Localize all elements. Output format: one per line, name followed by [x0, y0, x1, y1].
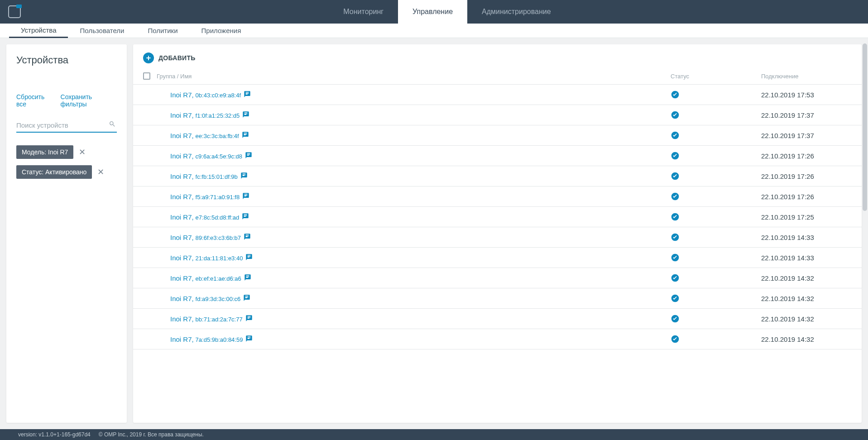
device-link[interactable]: Inoi R7, e7:8c:5d:d8:ff:ad [170, 213, 239, 221]
close-icon[interactable]: ✕ [97, 168, 104, 176]
main-area: Устройства Сбросить все Сохранить фильтр… [0, 38, 868, 429]
status-ok-icon [671, 335, 761, 344]
subnav-item-1[interactable]: Пользователи [68, 24, 136, 38]
device-link[interactable]: Inoi R7, fc:fb:15:01:df:9b [170, 172, 238, 180]
chip-label: Модель: Inoi R7 [16, 145, 73, 159]
comment-icon[interactable] [245, 315, 253, 323]
add-button[interactable]: + ДОБАВИТЬ [143, 53, 196, 63]
device-link[interactable]: Inoi R7, 89:6f:e3:c3:6b:b7 [170, 234, 241, 241]
app-logo[interactable] [3, 5, 26, 18]
comment-icon[interactable] [240, 172, 248, 181]
table-row[interactable]: Inoi R7, fd:a9:3d:3c:00:c622.10.2019 14:… [133, 288, 862, 309]
row-name: Inoi R7, c9:6a:a4:5e:9c:d8 [157, 152, 671, 160]
comment-icon[interactable] [242, 111, 249, 120]
table-row[interactable]: Inoi R7, f5:a9:71:a0:91:f822.10.2019 17:… [133, 187, 862, 207]
connection-time: 22.10.2019 17:26 [761, 193, 852, 201]
reset-filters-link[interactable]: Сбросить все [16, 93, 54, 108]
table-row[interactable]: Inoi R7, fc:fb:15:01:df:9b22.10.2019 17:… [133, 166, 862, 187]
device-link[interactable]: Inoi R7, c9:6a:a4:5e:9c:d8 [170, 152, 242, 160]
comment-icon[interactable] [242, 131, 249, 140]
connection-time: 22.10.2019 17:25 [761, 213, 852, 221]
row-name: Inoi R7, e7:8c:5d:d8:ff:ad [157, 213, 671, 221]
subnav-item-2[interactable]: Политики [136, 24, 189, 38]
row-name: Inoi R7, f5:a9:71:a0:91:f8 [157, 192, 671, 201]
row-name: Inoi R7, ee:3c:3c:ba:fb:4f [157, 131, 671, 140]
device-link[interactable]: Inoi R7, f1:0f:a1:25:32:d5 [170, 111, 240, 119]
close-icon[interactable]: ✕ [79, 148, 86, 156]
connection-time: 22.10.2019 14:32 [761, 295, 852, 302]
device-link[interactable]: Inoi R7, 0b:43:c0:e9:a8:4f [170, 91, 241, 99]
table-row[interactable]: Inoi R7, 7a:d5:9b:a0:84:5922.10.2019 14:… [133, 329, 862, 349]
comment-icon[interactable] [242, 192, 249, 201]
comment-icon[interactable] [242, 213, 249, 221]
row-name: Inoi R7, bb:71:ad:2a:7c:77 [157, 315, 671, 323]
filter-links: Сбросить все Сохранить фильтры [16, 93, 117, 108]
table-row[interactable]: Inoi R7, ee:3c:3c:ba:fb:4f22.10.2019 17:… [133, 125, 862, 146]
scrollbar[interactable] [863, 43, 867, 211]
connection-time: 22.10.2019 14:32 [761, 274, 852, 282]
device-link[interactable]: Inoi R7, ee:3c:3c:ba:fb:4f [170, 132, 239, 139]
col-header-name[interactable]: Группа / Имя [157, 73, 671, 80]
table-row[interactable]: Inoi R7, 89:6f:e3:c3:6b:b722.10.2019 14:… [133, 227, 862, 248]
table-row[interactable]: Inoi R7, 21:da:11:81:e3:4022.10.2019 14:… [133, 248, 862, 268]
status-ok-icon [671, 151, 761, 160]
device-link[interactable]: Inoi R7, f5:a9:71:a0:91:f8 [170, 193, 240, 201]
topnav-item-1[interactable]: Управление [398, 0, 467, 24]
search-box [16, 119, 117, 133]
status-ok-icon [671, 212, 761, 221]
comment-icon[interactable] [245, 335, 253, 344]
device-link[interactable]: Inoi R7, fd:a9:3d:3c:00:c6 [170, 295, 240, 302]
status-ok-icon [671, 273, 761, 282]
connection-time: 22.10.2019 17:26 [761, 172, 852, 180]
table-row[interactable]: Inoi R7, f1:0f:a1:25:32:d522.10.2019 17:… [133, 105, 862, 125]
col-header-connection[interactable]: Подключение [761, 73, 852, 80]
device-link[interactable]: Inoi R7, 21:da:11:81:e3:40 [170, 254, 243, 262]
filter-chip-0: Модель: Inoi R7✕ [16, 145, 117, 159]
table-row[interactable]: Inoi R7, c9:6a:a4:5e:9c:d822.10.2019 17:… [133, 146, 862, 166]
topnav-item-2[interactable]: Администрирование [467, 0, 566, 24]
connection-time: 22.10.2019 17:37 [761, 111, 852, 119]
table-row[interactable]: Inoi R7, eb:ef:e1:ae:d6:a622.10.2019 14:… [133, 268, 862, 288]
filter-sidebar: Устройства Сбросить все Сохранить фильтр… [6, 44, 127, 423]
device-link[interactable]: Inoi R7, 7a:d5:9b:a0:84:59 [170, 335, 243, 343]
comment-icon[interactable] [244, 274, 251, 282]
select-all-checkbox[interactable] [143, 72, 150, 80]
status-ok-icon [671, 90, 761, 99]
row-name: Inoi R7, fc:fb:15:01:df:9b [157, 172, 671, 181]
comment-icon[interactable] [245, 253, 253, 262]
comment-icon[interactable] [244, 91, 251, 99]
topnav-item-0[interactable]: Мониторинг [329, 0, 398, 24]
table-body: Inoi R7, 0b:43:c0:e9:a8:4f22.10.2019 17:… [133, 85, 862, 423]
search-icon [109, 120, 116, 128]
subnav-item-0[interactable]: Устройства [9, 24, 68, 38]
content-panel: + ДОБАВИТЬ Группа / Имя Статус Подключен… [133, 44, 862, 423]
plus-icon: + [143, 53, 154, 63]
status-ok-icon [671, 314, 761, 323]
status-ok-icon [671, 131, 761, 140]
search-input[interactable] [16, 119, 117, 133]
row-name: Inoi R7, 21:da:11:81:e3:40 [157, 253, 671, 262]
comment-icon[interactable] [244, 233, 251, 242]
connection-time: 22.10.2019 14:32 [761, 335, 852, 343]
comment-icon[interactable] [243, 294, 250, 303]
connection-time: 22.10.2019 17:53 [761, 91, 852, 99]
connection-time: 22.10.2019 14:32 [761, 315, 852, 323]
table-row[interactable]: Inoi R7, 0b:43:c0:e9:a8:4f22.10.2019 17:… [133, 85, 862, 105]
top-nav: МониторингУправлениеАдминистрирование [26, 0, 868, 24]
logo-icon [8, 5, 21, 18]
status-ok-icon [671, 110, 761, 120]
save-filters-link[interactable]: Сохранить фильтры [61, 93, 117, 108]
subnav-item-3[interactable]: Приложения [190, 24, 253, 38]
status-ok-icon [671, 192, 761, 201]
connection-time: 22.10.2019 17:26 [761, 152, 852, 160]
col-header-status[interactable]: Статус [671, 73, 761, 80]
device-link[interactable]: Inoi R7, eb:ef:e1:ae:d6:a6 [170, 274, 241, 282]
table-row[interactable]: Inoi R7, bb:71:ad:2a:7c:7722.10.2019 14:… [133, 309, 862, 329]
comment-icon[interactable] [245, 152, 252, 160]
content-header: + ДОБАВИТЬ [133, 44, 862, 68]
row-name: Inoi R7, 89:6f:e3:c3:6b:b7 [157, 233, 671, 242]
table-row[interactable]: Inoi R7, e7:8c:5d:d8:ff:ad22.10.2019 17:… [133, 207, 862, 227]
status-ok-icon [671, 253, 761, 262]
device-link[interactable]: Inoi R7, bb:71:ad:2a:7c:77 [170, 315, 243, 323]
row-name: Inoi R7, 7a:d5:9b:a0:84:59 [157, 335, 671, 344]
